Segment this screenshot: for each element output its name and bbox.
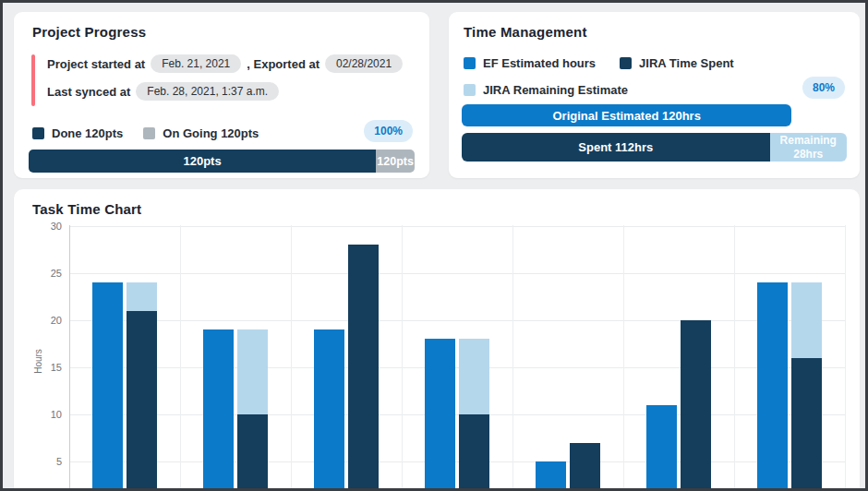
synced-label: Last synced at — [47, 85, 130, 99]
bar-estimated-group3 — [314, 329, 344, 491]
bar-spent-group6 — [681, 320, 711, 491]
y-tick-label: 5 — [32, 456, 62, 467]
task-time-chart-title: Task Time Chart — [32, 201, 141, 217]
y-tick-label: 15 — [32, 362, 62, 373]
y-tick-label: 30 — [32, 221, 62, 232]
project-progress-card: Project Progress Project started at Feb.… — [14, 12, 429, 178]
time-percent-badge: 80% — [802, 77, 845, 99]
bar-spent-group2 — [237, 414, 268, 491]
gridline-vertical — [845, 225, 846, 491]
y-tick-label: 20 — [32, 315, 62, 326]
exported-label: , Exported at — [247, 57, 319, 71]
legend-ongoing-label: On Going 120pts — [163, 126, 259, 140]
remaining-segment: Remaining 28hrs — [770, 133, 847, 162]
started-exported-row: Project started at Feb. 21, 2021 , Expor… — [47, 54, 403, 74]
bar-spent-group3 — [348, 245, 379, 491]
gridline-horizontal — [69, 414, 845, 415]
legend-remaining-label: JIRA Remaining Estimate — [483, 83, 628, 97]
spent-segment: Spent 112hrs — [462, 133, 770, 162]
y-axis-line — [69, 225, 70, 491]
legend-ongoing: On Going 120pts — [143, 126, 259, 140]
time-legend-row-1: EF Estimated hours JIRA Time Spent — [464, 56, 734, 70]
bar-spent-group5 — [570, 443, 600, 491]
done-swatch-icon — [32, 127, 44, 139]
exported-date-pill: 02/28/2021 — [325, 54, 403, 73]
gridline-horizontal — [69, 461, 845, 462]
remaining-swatch-icon — [464, 84, 476, 96]
gridline-vertical — [512, 225, 513, 491]
started-date-pill: Feb. 21, 2021 — [151, 54, 241, 73]
time-management-title: Time Management — [464, 24, 587, 40]
legend-done-label: Done 120pts — [52, 126, 123, 140]
y-tick-label: 25 — [32, 268, 62, 279]
gridline-horizontal — [69, 226, 845, 227]
legend-remaining: JIRA Remaining Estimate — [464, 83, 628, 97]
bar-remaining-group2 — [237, 329, 268, 414]
y-tick-label: 10 — [32, 409, 62, 420]
bar-estimated-group2 — [203, 329, 234, 491]
done-segment: 120pts — [29, 150, 376, 173]
bar-spent-group7 — [791, 358, 822, 491]
started-label: Project started at — [47, 57, 145, 71]
legend-estimated: EF Estimated hours — [464, 56, 596, 70]
bar-estimated-group6 — [646, 405, 677, 491]
gridline-vertical — [734, 225, 735, 491]
legend-done: Done 120pts — [32, 126, 123, 140]
bar-remaining-group7 — [791, 282, 822, 358]
time-spent-swatch-icon — [620, 57, 632, 69]
bar-estimated-group1 — [92, 282, 123, 491]
task-time-chart-card: Task Time Chart Hours 51015202530 — [14, 189, 860, 491]
gridline-vertical — [623, 225, 624, 491]
time-bars-block: Original Estimated 120hrs Spent 112hrs R… — [462, 104, 847, 162]
gridline-vertical — [402, 225, 403, 491]
ongoing-segment: 120pts — [376, 150, 415, 173]
synced-date-pill: Feb. 28, 2021, 1:37 a.m. — [136, 82, 279, 101]
story-points-bar: 120pts 120pts — [29, 150, 415, 173]
bar-remaining-group1 — [127, 282, 157, 311]
estimated-swatch-icon — [464, 57, 476, 69]
bar-estimated-group7 — [757, 282, 788, 491]
project-progress-title: Project Progress — [32, 24, 146, 40]
progress-percent-badge: 100% — [364, 120, 413, 142]
bar-estimated-group5 — [536, 461, 566, 491]
gridline-horizontal — [69, 273, 845, 274]
time-legend-row-2: JIRA Remaining Estimate — [464, 83, 628, 97]
gridline-horizontal — [69, 367, 845, 368]
gridline-vertical — [291, 225, 292, 491]
bar-spent-group4 — [459, 414, 489, 491]
time-management-card: Time Management EF Estimated hours JIRA … — [449, 12, 860, 178]
spent-remaining-bar: Spent 112hrs Remaining 28hrs — [462, 133, 847, 162]
project-dates-block: Project started at Feb. 21, 2021 , Expor… — [47, 54, 403, 109]
ongoing-swatch-icon — [143, 127, 155, 139]
legend-time-spent: JIRA Time Spent — [620, 56, 734, 70]
original-estimated-bar: Original Estimated 120hrs — [462, 104, 791, 126]
bar-remaining-group4 — [459, 339, 489, 414]
progress-legend: Done 120pts On Going 120pts — [32, 126, 259, 140]
legend-time-spent-label: JIRA Time Spent — [639, 56, 734, 70]
gridline-vertical — [180, 225, 181, 491]
accent-rule — [31, 54, 35, 106]
last-synced-row: Last synced at Feb. 28, 2021, 1:37 a.m. — [47, 81, 403, 102]
dashboard: Project Progress Project started at Feb.… — [0, 0, 868, 491]
bar-estimated-group4 — [425, 339, 455, 491]
gridline-horizontal — [69, 320, 845, 321]
bar-spent-group1 — [127, 311, 157, 491]
legend-estimated-label: EF Estimated hours — [483, 56, 596, 70]
